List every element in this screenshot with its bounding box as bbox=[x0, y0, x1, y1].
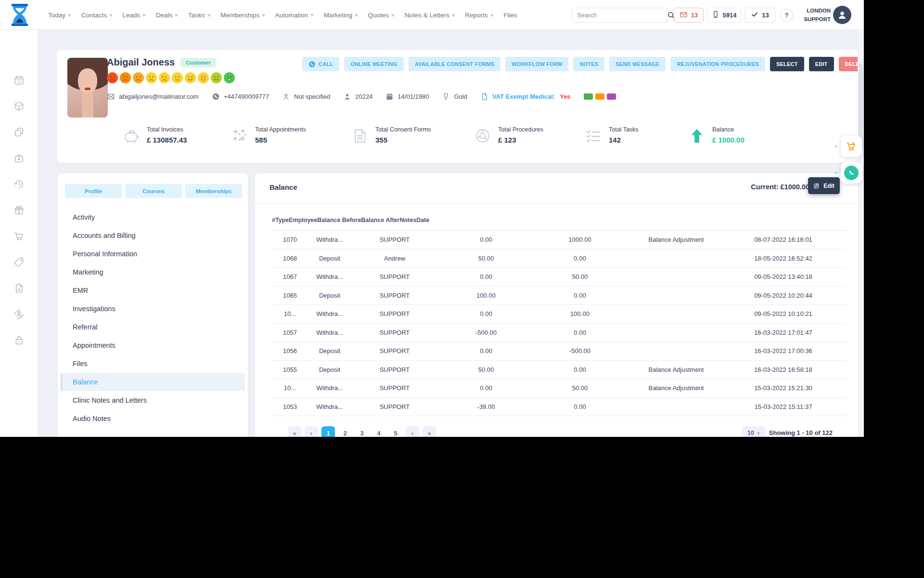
nav-item[interactable]: Reports ∨ bbox=[465, 12, 493, 19]
help-icon[interactable]: ? bbox=[780, 9, 793, 22]
action-button[interactable]: ONLINE MEETING bbox=[344, 57, 404, 71]
profile-section-item[interactable]: Investigations bbox=[61, 300, 245, 318]
nav-item[interactable]: Contacts ∨ bbox=[81, 12, 113, 19]
table-row[interactable]: 1068 Deposit Andrew 50.00 0.00 18-05-202… bbox=[272, 250, 847, 268]
client-phone[interactable]: +447490009777 bbox=[212, 92, 269, 101]
table-row[interactable]: 1070 Withdra... SUPPORT 0.00 1000.00 Bal… bbox=[272, 231, 847, 250]
profile-tab[interactable]: Courses bbox=[125, 184, 182, 198]
inbox-badge[interactable]: 13 bbox=[674, 8, 704, 23]
search-input[interactable] bbox=[572, 12, 667, 19]
nav-item[interactable]: Tasks ∨ bbox=[188, 12, 210, 19]
emotion-face-icon[interactable] bbox=[120, 72, 131, 83]
package-icon[interactable] bbox=[13, 101, 25, 112]
profile-section-item[interactable]: Activity bbox=[61, 208, 245, 226]
profile-section-item[interactable]: Files bbox=[61, 355, 245, 373]
client-sync-icon[interactable] bbox=[13, 309, 25, 320]
profile-tab[interactable]: Profile bbox=[65, 184, 122, 198]
vat-exempt-flag[interactable]: VAT Exempt Medical: Yes bbox=[480, 92, 571, 101]
profile-section-item[interactable]: Appointments bbox=[61, 336, 245, 355]
emotion-face-icon[interactable] bbox=[159, 72, 170, 83]
scrollbar[interactable] bbox=[858, 30, 864, 437]
action-button[interactable]: EDIT bbox=[809, 57, 834, 71]
pagination-next[interactable]: › bbox=[406, 426, 419, 437]
action-button[interactable]: SELECT bbox=[770, 57, 804, 71]
column-header[interactable]: Notes bbox=[399, 217, 416, 223]
column-header[interactable]: # bbox=[272, 217, 275, 223]
column-header[interactable]: Date bbox=[416, 217, 429, 223]
pagination-page[interactable]: 4 bbox=[372, 426, 385, 437]
nav-item[interactable]: Today ∨ bbox=[48, 12, 71, 19]
pagination-page[interactable]: 5 bbox=[389, 426, 402, 437]
nav-item[interactable]: Memberships ∨ bbox=[220, 12, 265, 19]
profile-section-item[interactable]: Referral bbox=[61, 318, 245, 336]
tag-icon[interactable] bbox=[13, 257, 25, 268]
tasks-badge[interactable]: 13 bbox=[744, 8, 775, 23]
pagination-page[interactable]: 3 bbox=[355, 426, 369, 437]
layers-icon[interactable] bbox=[13, 127, 25, 138]
emotion-face-icon[interactable] bbox=[172, 72, 183, 83]
calls-badge[interactable]: 5914 bbox=[707, 8, 741, 23]
profile-section-item[interactable]: Marketing bbox=[61, 263, 245, 281]
nav-item[interactable]: Files ∨ bbox=[503, 12, 517, 19]
cart-icon[interactable] bbox=[13, 231, 25, 242]
history-icon[interactable] bbox=[13, 179, 25, 190]
table-row[interactable]: 1065 Deposit SUPPORT 100.00 0.00 09-05-2… bbox=[272, 287, 847, 305]
lock-icon[interactable] bbox=[13, 335, 25, 346]
column-header[interactable]: Employee bbox=[289, 217, 317, 223]
shop-cart-floating-button[interactable] bbox=[841, 136, 862, 157]
profile-section-item[interactable]: Balance bbox=[61, 373, 245, 391]
pagination-prev[interactable]: ‹ bbox=[305, 426, 318, 437]
profile-section-item[interactable]: Audio Notes bbox=[61, 409, 245, 428]
emotion-face-icon[interactable] bbox=[107, 72, 118, 83]
table-row[interactable]: 1056 Deposit SUPPORT 0.00 -500.00 16-03-… bbox=[272, 342, 847, 361]
profile-section-item[interactable]: Personal Information bbox=[61, 245, 245, 263]
emotion-face-icon[interactable] bbox=[133, 72, 144, 83]
app-logo-hourglass-icon[interactable] bbox=[9, 3, 31, 26]
client-photo[interactable] bbox=[67, 58, 108, 118]
nav-item[interactable]: Marketing ∨ bbox=[324, 12, 358, 19]
table-row[interactable]: 1057 Withdra... SUPPORT -500.00 0.00 16-… bbox=[272, 324, 847, 342]
table-row[interactable]: 10... Withdra... SUPPORT 0.00 50.00 Bala… bbox=[272, 379, 847, 398]
emotion-face-icon[interactable] bbox=[146, 72, 157, 83]
table-row[interactable]: 1053 Withdra... SUPPORT -39.00 0.00 15-0… bbox=[272, 398, 847, 417]
gift-icon[interactable] bbox=[13, 205, 25, 216]
pagination-first[interactable]: « bbox=[288, 426, 301, 437]
column-header[interactable]: Balance Before bbox=[317, 217, 361, 223]
emotion-face-icon[interactable] bbox=[211, 72, 222, 83]
nav-item[interactable]: Automation ∨ bbox=[275, 12, 314, 19]
action-button[interactable]: AVAILABLE CONSENT FORMS bbox=[409, 57, 501, 71]
nav-item[interactable]: Deals ∨ bbox=[156, 12, 178, 19]
page-size-select[interactable]: 10 ∨ bbox=[742, 426, 765, 437]
pagination-last[interactable]: » bbox=[423, 426, 436, 437]
action-button[interactable]: NOTES bbox=[573, 57, 604, 71]
pagination-page[interactable]: 1 bbox=[321, 426, 335, 437]
label-swatch[interactable] bbox=[595, 93, 604, 100]
action-button[interactable]: WORKFLOW FORM bbox=[505, 57, 568, 71]
report-icon[interactable] bbox=[13, 283, 25, 294]
action-button[interactable]: REJUVENATION PROCEDURES bbox=[670, 57, 765, 71]
profile-section-item[interactable]: Accounts and Billing bbox=[61, 226, 245, 245]
table-row[interactable]: 1055 Deposit SUPPORT 50.00 0.00 Balance … bbox=[272, 361, 847, 380]
pagination-page[interactable]: 2 bbox=[338, 426, 352, 437]
emotion-face-icon[interactable] bbox=[198, 72, 209, 83]
table-row[interactable]: 10... Withdra... SUPPORT 0.00 100.00 09-… bbox=[272, 305, 847, 324]
order-icon[interactable] bbox=[13, 153, 25, 164]
action-button[interactable]: SEND MESSAGE bbox=[609, 57, 666, 71]
emotion-face-icon[interactable] bbox=[224, 72, 235, 83]
collapse-chevron-icon[interactable]: « bbox=[834, 143, 840, 149]
user-avatar[interactable] bbox=[833, 6, 851, 24]
table-row[interactable]: 1067 Withdra... SUPPORT 0.00 50.00 09-05… bbox=[272, 268, 847, 287]
action-button[interactable]: CALL bbox=[302, 57, 339, 71]
profile-section-item[interactable]: EMR bbox=[61, 281, 245, 300]
client-email[interactable]: abigailjones@mailinator.com bbox=[107, 92, 199, 101]
edit-balance-button[interactable]: Edit bbox=[808, 177, 840, 194]
label-swatch[interactable] bbox=[607, 93, 616, 100]
nav-item[interactable]: Quotes ∨ bbox=[368, 12, 395, 19]
whatsapp-floating-button[interactable] bbox=[841, 162, 862, 184]
calendar-icon[interactable]: 12 bbox=[13, 75, 25, 86]
profile-tab[interactable]: Memberships bbox=[185, 184, 242, 198]
emotion-face-icon[interactable] bbox=[185, 72, 196, 83]
column-header[interactable]: Type bbox=[275, 217, 289, 223]
label-swatch[interactable] bbox=[584, 93, 593, 100]
column-header[interactable]: Balance After bbox=[361, 217, 399, 223]
